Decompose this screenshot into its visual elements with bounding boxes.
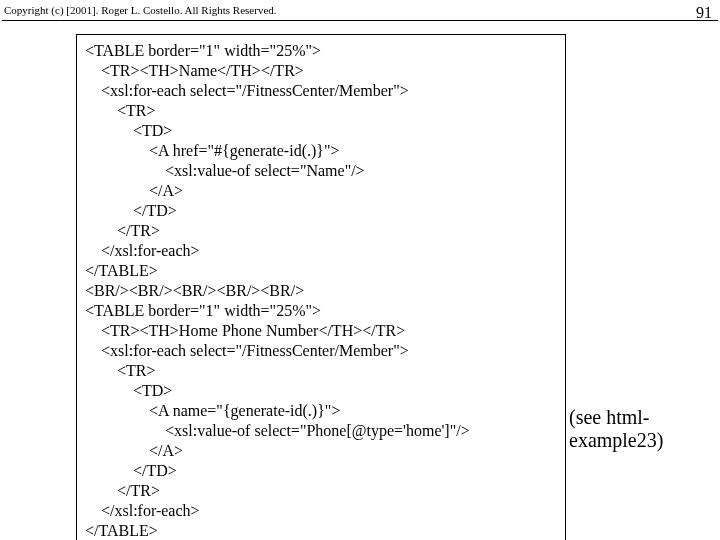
- code-line: <A href="#{generate-id(.)}">: [85, 141, 557, 161]
- code-line: </TR>: [85, 481, 557, 501]
- code-line: </TABLE>: [85, 261, 557, 281]
- code-line: <TABLE border="1" width="25%">: [85, 301, 557, 321]
- code-line: </TABLE>: [85, 521, 557, 540]
- code-line: <BR/><BR/><BR/><BR/><BR/>: [85, 281, 557, 301]
- see-reference-annotation: (see html-example23): [569, 406, 720, 452]
- code-line: </TD>: [85, 201, 557, 221]
- code-line: </A>: [85, 441, 557, 461]
- code-line: <xsl:value-of select="Name"/>: [85, 161, 557, 181]
- code-line: </xsl:for-each>: [85, 501, 557, 521]
- code-line: </A>: [85, 181, 557, 201]
- copyright-text: Copyright (c) [2001]. Roger L. Costello.…: [4, 4, 277, 16]
- code-line: <xsl:for-each select="/FitnessCenter/Mem…: [85, 81, 557, 101]
- code-line: <TR><TH>Home Phone Number</TH></TR>: [85, 321, 557, 341]
- code-line: <A name="{generate-id(.)}">: [85, 401, 557, 421]
- code-line: <TR>: [85, 101, 557, 121]
- code-listing-box: <TABLE border="1" width="25%"> <TR><TH>N…: [76, 34, 566, 540]
- code-line: <TD>: [85, 121, 557, 141]
- code-line: </xsl:for-each>: [85, 241, 557, 261]
- code-line: <xsl:value-of select="Phone[@type='home'…: [85, 421, 557, 441]
- code-line: <TR>: [85, 361, 557, 381]
- code-line: <TR><TH>Name</TH></TR>: [85, 61, 557, 81]
- code-line: <TABLE border="1" width="25%">: [85, 41, 557, 61]
- code-line: <xsl:for-each select="/FitnessCenter/Mem…: [85, 341, 557, 361]
- header-divider: [2, 20, 718, 21]
- code-line: <TD>: [85, 381, 557, 401]
- code-line: </TR>: [85, 221, 557, 241]
- code-line: </TD>: [85, 461, 557, 481]
